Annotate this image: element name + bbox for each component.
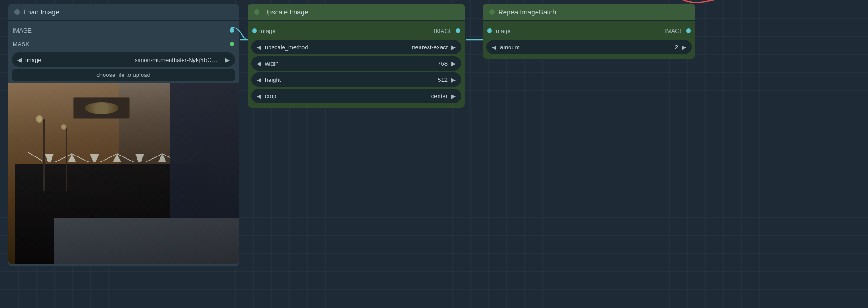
upscale-height-prev[interactable]: ◀ bbox=[255, 76, 263, 83]
upscale-method-control[interactable]: ◀ upscale_method nearest-exact ▶ bbox=[251, 40, 461, 54]
upscale-height-label: height bbox=[263, 76, 436, 83]
upscale-height-control[interactable]: ◀ height 512 ▶ bbox=[251, 72, 461, 87]
upscale-width-label: width bbox=[263, 60, 436, 67]
repeat-image-title: RepeatImageBatch bbox=[498, 8, 556, 16]
upload-button[interactable]: choose file to upload bbox=[12, 69, 235, 81]
depth-overlay bbox=[8, 83, 239, 264]
upscale-height-value: 512 bbox=[436, 76, 449, 83]
upscale-image-output-port[interactable] bbox=[456, 28, 460, 33]
upscale-crop-next[interactable]: ▶ bbox=[449, 93, 458, 100]
upscale-output-image-label: IMAGE bbox=[356, 28, 453, 34]
upscale-crop-label: crop bbox=[263, 93, 429, 100]
connection-red bbox=[683, 0, 714, 3]
node-upscale-image: Upscale Image image IMAGE ◀ upscale_meth… bbox=[248, 4, 465, 108]
file-selector-prev-arrow[interactable]: ◀ bbox=[15, 57, 24, 63]
file-selector-value: simon-mumenthaler-NykjYbCW6... bbox=[133, 57, 223, 63]
load-image-output-mask-label: MASK bbox=[13, 41, 226, 47]
upscale-io-row: image IMAGE bbox=[248, 24, 465, 38]
repeat-amount-prev[interactable]: ◀ bbox=[490, 44, 498, 51]
load-image-mask-port[interactable] bbox=[230, 42, 234, 46]
image-preview bbox=[8, 83, 239, 264]
repeat-amount-control[interactable]: ◀ amount 2 ▶ bbox=[486, 40, 692, 54]
upscale-crop-value: center bbox=[429, 93, 449, 100]
upscale-width-control[interactable]: ◀ width 768 ▶ bbox=[251, 56, 461, 71]
upscale-width-value: 768 bbox=[436, 60, 449, 67]
repeat-input-image-label: image bbox=[495, 28, 589, 34]
upscale-image-status-dot bbox=[254, 9, 259, 15]
repeat-amount-label: amount bbox=[498, 44, 673, 51]
upscale-method-prev[interactable]: ◀ bbox=[255, 44, 263, 51]
file-selector-next-arrow[interactable]: ▶ bbox=[223, 57, 231, 63]
repeat-image-status-dot bbox=[489, 9, 495, 15]
upscale-width-next[interactable]: ▶ bbox=[449, 60, 458, 67]
repeat-amount-value: 2 bbox=[673, 44, 680, 51]
repeat-output-image-label: IMAGE bbox=[589, 28, 684, 34]
upscale-method-value: nearest-exact bbox=[410, 44, 449, 51]
upscale-crop-control[interactable]: ◀ crop center ▶ bbox=[251, 89, 461, 103]
repeat-io-row: image IMAGE bbox=[483, 24, 695, 38]
load-image-output-image-label: IMAGE bbox=[13, 27, 226, 34]
repeat-amount-next[interactable]: ▶ bbox=[680, 44, 688, 51]
load-image-output-mask: MASK bbox=[8, 37, 239, 51]
upscale-image-body: image IMAGE ◀ upscale_method nearest-exa… bbox=[248, 21, 465, 108]
repeat-image-header: RepeatImageBatch bbox=[483, 4, 695, 21]
repeat-image-output-port[interactable] bbox=[686, 28, 691, 33]
upscale-image-header: Upscale Image bbox=[248, 4, 465, 21]
load-image-header: Load Image bbox=[8, 4, 239, 21]
repeat-image-input-port[interactable] bbox=[487, 28, 492, 33]
node-repeat-image-batch: RepeatImageBatch image IMAGE ◀ amount 2 … bbox=[483, 4, 695, 59]
street-image bbox=[8, 83, 239, 264]
upscale-image-input-port[interactable] bbox=[252, 28, 257, 33]
load-image-title: Load Image bbox=[24, 8, 59, 16]
upscale-input-image-label: image bbox=[259, 28, 356, 34]
upscale-method-label: upscale_method bbox=[263, 44, 410, 51]
upscale-width-prev[interactable]: ◀ bbox=[255, 60, 263, 67]
node-load-image: Load Image IMAGE MASK ◀ image simon-mume… bbox=[8, 4, 239, 266]
upscale-crop-prev[interactable]: ◀ bbox=[255, 93, 263, 100]
load-image-output-image: IMAGE bbox=[8, 24, 239, 37]
load-image-status-dot bbox=[14, 9, 20, 15]
load-image-image-port[interactable] bbox=[230, 28, 234, 33]
upscale-method-next[interactable]: ▶ bbox=[449, 44, 458, 51]
load-image-body: IMAGE MASK ◀ image simon-mumenthaler-Nyk… bbox=[8, 21, 239, 266]
file-selector-label: image bbox=[24, 57, 133, 63]
upscale-height-next[interactable]: ▶ bbox=[449, 76, 458, 83]
repeat-image-body: image IMAGE ◀ amount 2 ▶ bbox=[483, 21, 695, 59]
load-image-file-selector[interactable]: ◀ image simon-mumenthaler-NykjYbCW6... ▶ bbox=[12, 52, 235, 67]
upscale-image-title: Upscale Image bbox=[263, 8, 308, 16]
